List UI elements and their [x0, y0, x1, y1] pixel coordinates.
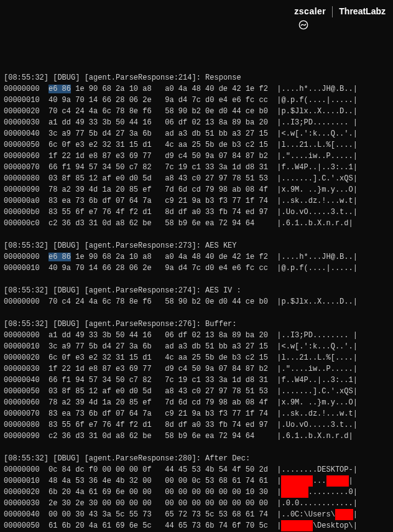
hex-offset: 00000000	[4, 465, 40, 474]
brand-left: zscaler	[282, 5, 326, 18]
terminal-output[interactable]: [08:55:32] [DBUG] [agent.ParseResponse:2…	[0, 67, 393, 532]
hex-offset: 00000080	[4, 174, 40, 183]
hex-row: 00000020 6c 0f e3 e2 32 31 15 d1 4c aa 2…	[4, 352, 389, 363]
hex-ascii: |..I3;PD........ |	[277, 118, 358, 127]
hex-offset: 00000040	[4, 129, 40, 138]
hex-ascii: |XXXXXX.........0|	[277, 488, 358, 497]
hex-ascii: |..I3;PD........ |	[277, 331, 358, 340]
hex-row: 00000010 48 4a 53 36 4e 4b 32 00 00 00 0…	[4, 475, 389, 487]
hex-ascii: |<.w[.':k...Q..'.|	[277, 129, 358, 138]
hex-bytes: 66 f1 94 57 34 50 c7 82 7c 19 c1 33 3a 1…	[49, 376, 268, 385]
hex-offset: 00000010	[4, 264, 40, 273]
hex-ascii: |.......].C.'.xQS|	[277, 174, 358, 183]
redacted-text: XXXXX	[326, 475, 349, 487]
hex-bytes: 78 a2 39 4d 1a 20 85 ef 7d 6d cd 79 98 a…	[49, 185, 268, 194]
log-level: [DBUG]	[53, 320, 80, 329]
hex-bytes: 70 c4 24 4a 6c 78 8e f6 58 90 b2 0e d0 4…	[49, 297, 268, 306]
blank-line	[4, 229, 389, 240]
brand-divider	[332, 6, 333, 17]
hex-bytes: 48 4a 53 36 4e 4b 32 00 00 00 0c 53 68 6…	[49, 477, 268, 485]
hex-bytes: 6c 0f e3 e2 32 31 15 d1 4c aa 25 5b de b…	[49, 353, 268, 362]
hex-offset: 00000080	[4, 421, 40, 429]
hex-ascii: |@.p.f(....|.....|	[277, 96, 358, 105]
hex-offset: 00000000	[4, 253, 40, 261]
hex-row: 000000c0 c2 36 d3 31 0d a8 62 be 58 b9 6…	[4, 218, 389, 229]
hex-ascii: |l...21..L.%[....|	[277, 141, 358, 149]
hex-highlight: e6 86	[49, 253, 71, 261]
hex-row: 00000020 6b 20 4a 61 69 6e 00 00 00 00 0…	[4, 487, 389, 498]
hex-ascii: |.Uo.vO.....3.t..|	[277, 208, 358, 217]
zscaler-logo-icon	[282, 7, 292, 17]
hex-bytes: e6 86 1e 90 68 2a 10 a8 a0 4a 48 40 de 4…	[49, 253, 268, 261]
hex-row: 00000010 3c a9 77 5b d4 27 3a 6b ad a3 d…	[4, 341, 389, 352]
hex-offset: 000000a0	[4, 197, 40, 205]
hex-offset: 000000c0	[4, 219, 40, 228]
hex-offset: 00000060	[4, 152, 40, 161]
hex-offset: 00000040	[4, 510, 40, 519]
redacted-text: XXXX	[335, 509, 353, 520]
hex-row: 00000000 e6 86 1e 90 68 2a 10 a8 a0 4a 4…	[4, 251, 389, 263]
hex-ascii: |@.p.f(....|.....|	[277, 264, 358, 273]
blank-line	[4, 442, 389, 453]
hex-row: 00000080 03 8f 85 12 af e0 d0 5d a8 43 c…	[4, 173, 389, 184]
hex-ascii: |.6.1..b.X.n.r.d|	[277, 219, 353, 228]
hex-row: 00000070 83 ea 73 6b df 07 64 7a c9 21 9…	[4, 408, 389, 419]
hex-row: 00000000 70 c4 24 4a 6c 78 8e f6 58 90 b…	[4, 296, 389, 307]
hex-bytes: 00 00 30 43 3a 5c 55 73 65 72 73 5c 53 6…	[49, 510, 268, 519]
hex-row: 00000030 2e 30 2e 30 00 00 00 00 00 00 0…	[4, 498, 389, 509]
hex-bytes: 83 55 6f e7 76 4f f2 d1 8d df a0 33 fb 7…	[49, 208, 268, 217]
log-level: [DBUG]	[53, 286, 80, 295]
hex-row: 00000040 3c a9 77 5b d4 27 3a 6b ad a3 d…	[4, 128, 389, 139]
hex-ascii: |XXXXXXX...XXXXX|	[277, 477, 353, 485]
redacted-text: XXXXXX	[281, 487, 308, 498]
hex-row: 00000030 a1 dd 49 33 3b 50 44 16 06 df 0…	[4, 117, 389, 128]
hex-offset: 00000070	[4, 163, 40, 172]
redacted-text: XXXXXXX	[281, 520, 312, 531]
log-timestamp: [08:55:32]	[4, 286, 49, 295]
log-source: [agent.ParseResponse:214]	[85, 73, 196, 82]
hex-ascii: |f..W4P..|..3:..1|	[277, 376, 358, 385]
hex-ascii: |p.$Jlx..X....D..|	[277, 107, 358, 116]
hex-ascii: |p.$Jlx..X....D..|	[277, 297, 358, 306]
hex-ascii: |....h*...JH@.B..|	[277, 253, 358, 261]
hex-bytes: 2e 30 2e 30 00 00 00 00 00 00 00 00 00 0…	[49, 499, 268, 508]
hex-ascii: |x.9M. ..}m.y...O|	[277, 185, 358, 194]
hex-bytes: 3c a9 77 5b d4 27 3a 6b ad a3 db 51 bb a…	[49, 342, 268, 351]
hex-ascii: |..sk..dz.!...w.t|	[277, 197, 358, 205]
log-timestamp: [08:55:32]	[4, 454, 49, 463]
hex-ascii: |.6.1..b.X.n.r.d|	[277, 432, 353, 441]
blank-line	[4, 307, 389, 319]
hex-offset: 00000030	[4, 499, 40, 508]
hex-bytes: 83 ea 73 6b df 07 64 7a c9 21 9a b3 f3 7…	[49, 409, 268, 418]
hex-row: 00000090 78 a2 39 4d 1a 20 85 ef 7d 6d c…	[4, 184, 389, 195]
blank-line	[4, 274, 389, 285]
hex-offset: 00000070	[4, 409, 40, 418]
log-message: : AES IV :	[196, 286, 241, 295]
hex-bytes: 70 c4 24 4a 6c 78 8e f6 58 90 b2 0e d0 4…	[49, 107, 268, 116]
hex-bytes: 0c 84 dc f0 00 00 00 0f 44 45 53 4b 54 4…	[49, 465, 268, 474]
hex-row: 00000000 0c 84 dc f0 00 00 00 0f 44 45 5…	[4, 464, 389, 475]
hex-row: 00000030 1f 22 1d e8 87 e3 69 77 d9 c4 5…	[4, 363, 389, 375]
hex-bytes: a1 dd 49 33 3b 50 44 16 06 df 02 13 8a 8…	[49, 118, 268, 127]
hex-ascii: |.Uo.vO.....3.t..|	[277, 421, 358, 429]
log-line: [08:55:32] [DBUG] [agent.ParseResponse:2…	[4, 285, 389, 296]
hex-bytes: 83 55 6f e7 76 4f f2 d1 8d df a0 33 fb 7…	[49, 421, 268, 429]
hex-ascii: |.0.0............|	[277, 499, 358, 508]
brand-right-bold: Threat	[339, 6, 366, 16]
log-line: [08:55:32] [DBUG] [agent.ParseResponse:2…	[4, 453, 389, 464]
hex-bytes: 61 6b 20 4a 61 69 6e 5c 44 65 73 6b 74 6…	[49, 521, 268, 530]
hex-offset: 00000020	[4, 353, 40, 362]
hex-offset: 00000000	[4, 85, 40, 93]
hex-bytes: e6 86 1e 90 68 2a 10 a8 a0 4a 48 40 de 4…	[49, 85, 268, 93]
hex-row: 00000080 83 55 6f e7 76 4f f2 d1 8d df a…	[4, 419, 389, 431]
hex-row: 00000000 e6 86 1e 90 68 2a 10 a8 a0 4a 4…	[4, 83, 389, 95]
log-line: [08:55:32] [DBUG] [agent.ParseResponse:2…	[4, 72, 389, 83]
hex-offset: 00000000	[4, 331, 40, 340]
hex-bytes: 40 9a 70 14 66 28 06 2e 9a d4 7c d0 e4 e…	[49, 96, 268, 105]
log-timestamp: [08:55:32]	[4, 320, 49, 329]
hex-bytes: 6b 20 4a 61 69 6e 00 00 00 00 00 00 00 0…	[49, 488, 268, 497]
hex-offset: 00000030	[4, 365, 40, 373]
hex-ascii: |.......].C.'.xQS|	[277, 387, 358, 396]
hex-ascii: |........DESKTOP-|	[277, 465, 358, 474]
log-source: [agent.ParseResponse:276]	[85, 320, 196, 329]
